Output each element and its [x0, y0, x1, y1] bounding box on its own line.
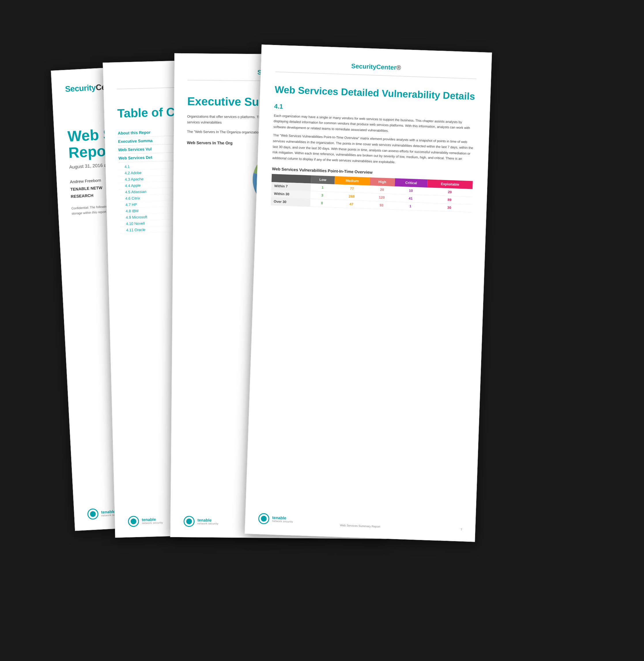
row-over30-medium: 47 [334, 199, 369, 209]
col-medium: Medium [334, 176, 370, 185]
toc-tenable-logo: tenable network security [128, 515, 163, 527]
vuln-table: Low Medium High Critical Exploitable Wit… [271, 174, 473, 212]
row-30-critical: 41 [394, 194, 427, 203]
document-scene: SecurityCenter® Web SeReport August 31, … [63, 43, 581, 619]
row-period-over30: Over 30 [271, 197, 310, 207]
col-high: High [369, 178, 395, 186]
row-7-critical: 10 [394, 186, 427, 195]
row-7-low: 1 [310, 183, 334, 191]
col-low: Low [310, 175, 335, 184]
logo-security: Security [65, 83, 96, 94]
row-over30-high: 93 [369, 201, 394, 209]
row-30-medium: 268 [334, 192, 369, 201]
exec-tenable-logo: tenable network security [183, 516, 218, 527]
detail-title: Web Services Detailed Vulnerability Deta… [274, 84, 476, 102]
row-period-30: Within 30 [271, 190, 310, 199]
footer-center: Web Services Summary Report [340, 524, 380, 528]
footer-right: 7 [460, 528, 462, 531]
row-7-high: 20 [369, 186, 394, 194]
tenable-circle-icon [87, 508, 98, 520]
detail-tenable-logo: tenable network security [258, 513, 293, 525]
detail-tenable-circle [258, 513, 269, 524]
detail-header: SecurityCenter® [275, 60, 477, 74]
col-period [271, 174, 311, 184]
exec-tenable-circle [183, 516, 194, 527]
detail-para1: Each organization may have a single or m… [273, 113, 475, 137]
page-detail: SecurityCenter® Web Services Detailed Vu… [244, 44, 492, 542]
row-period-7: Within 7 [271, 182, 311, 191]
detail-para2: The "Web Services Vulnerabilities Point-… [272, 133, 474, 168]
detail-logo: SecurityCenter® [351, 62, 401, 71]
tenable-circle-inner [90, 511, 96, 517]
row-over30-critical: 1 [394, 202, 427, 211]
toc-tenable-circle [128, 516, 139, 527]
row-30-high: 120 [369, 193, 394, 202]
col-critical: Critical [394, 178, 427, 188]
row-over30-low: 0 [310, 199, 334, 207]
row-30-low: 3 [310, 191, 334, 199]
row-over30-exploitable: 30 [427, 203, 472, 212]
row-7-medium: 77 [334, 184, 370, 193]
